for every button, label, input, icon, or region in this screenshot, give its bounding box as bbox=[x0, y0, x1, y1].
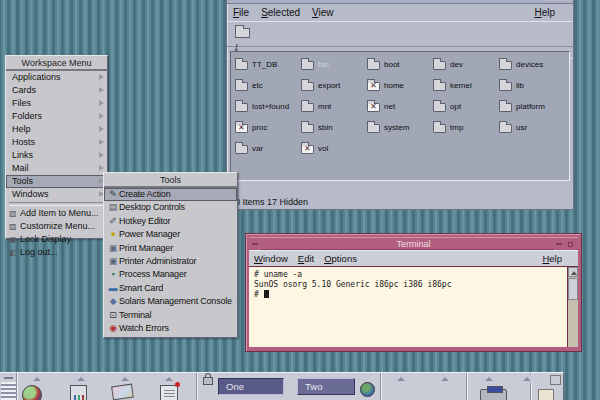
folder-item[interactable]: opt bbox=[433, 100, 499, 112]
menu-item-label: Files bbox=[12, 98, 31, 108]
folder-item[interactable]: system bbox=[367, 121, 433, 133]
maximize-button[interactable] bbox=[560, 0, 572, 1]
folder-item[interactable]: tmp bbox=[433, 121, 499, 133]
world-clock-icon[interactable] bbox=[22, 385, 42, 400]
menu-item-label: Links bbox=[12, 150, 33, 160]
folder-item[interactable]: home bbox=[367, 79, 433, 91]
folder-item[interactable]: dev bbox=[433, 58, 499, 70]
workspace-menu-item[interactable]: Applications bbox=[6, 71, 107, 84]
tools-menu-item[interactable]: ▣Printer Administrator bbox=[104, 255, 237, 268]
minimize-button[interactable] bbox=[554, 239, 565, 250]
submenu-arrow-icon bbox=[99, 152, 104, 158]
tools-menu-item[interactable]: ◆Solaris Management Console bbox=[104, 295, 237, 308]
panel-divider bbox=[196, 373, 198, 400]
menu-item-label: Windows bbox=[12, 189, 49, 199]
menu-item[interactable]: Edit bbox=[298, 251, 314, 267]
tools-menu-item[interactable]: ▣Print Manager bbox=[104, 242, 237, 255]
workspace-menu-item[interactable]: Hosts bbox=[6, 136, 107, 149]
tools-menu-item[interactable]: ⊡Terminal bbox=[104, 309, 237, 322]
workspace-menu-item[interactable]: Tools bbox=[6, 175, 107, 188]
folder-icon bbox=[235, 145, 248, 154]
folder-item[interactable]: bin bbox=[301, 58, 367, 70]
workspace-menu-item[interactable]: Help bbox=[6, 123, 107, 136]
menu-item[interactable]: Window bbox=[254, 251, 288, 267]
subpanel-arrow-tab[interactable] bbox=[516, 375, 538, 383]
minimize-button[interactable] bbox=[546, 0, 558, 1]
panel-menu-button[interactable] bbox=[1, 374, 16, 382]
folder-item[interactable]: lib bbox=[499, 79, 565, 91]
workspace-button-two[interactable]: Two bbox=[297, 378, 355, 395]
menu-item[interactable]: Selected bbox=[261, 4, 300, 21]
tools-menu-item[interactable]: ▬Smart Card bbox=[104, 282, 237, 295]
folder-item[interactable]: vol bbox=[301, 142, 367, 154]
menu-item-help[interactable]: Help bbox=[542, 251, 562, 267]
folder-icon bbox=[301, 145, 314, 154]
menu-item-help[interactable]: Help bbox=[534, 4, 555, 21]
folder-icon bbox=[433, 82, 446, 91]
subpanel-arrow-tab[interactable] bbox=[26, 375, 48, 383]
notes-icon[interactable] bbox=[160, 385, 178, 400]
menu-item[interactable]: View bbox=[312, 4, 334, 21]
tools-menu-item[interactable]: ✎Create Action bbox=[104, 188, 237, 201]
terminal-content[interactable]: # uname -aSunOS osorg 5.10 Generic i86pc… bbox=[249, 266, 578, 347]
folder-item[interactable]: usr bbox=[499, 121, 565, 133]
folder-item[interactable]: platform bbox=[499, 100, 565, 112]
workspace-menu-title: Workspace Menu bbox=[6, 56, 107, 71]
workspace-menu-item[interactable]: Files bbox=[6, 97, 107, 110]
tools-menu-item[interactable]: ▤Desktop Controls bbox=[104, 201, 237, 214]
terminal-text: # uname -aSunOS osorg 5.10 Generic i86pc… bbox=[254, 270, 451, 300]
terminal-titlebar[interactable]: Terminal bbox=[249, 237, 578, 250]
workspace-menu-item[interactable]: Folders bbox=[6, 110, 107, 123]
workspace-menu-item[interactable]: Cards bbox=[6, 84, 107, 97]
workspace-menu-item[interactable]: Mail bbox=[6, 162, 107, 175]
workspace-button-one[interactable]: One bbox=[218, 378, 284, 395]
workspace-menu-item[interactable]: Windows bbox=[6, 188, 107, 201]
subpanel-arrow-tab[interactable] bbox=[390, 375, 412, 383]
folder-item[interactable]: TT_DB bbox=[235, 58, 301, 70]
printer-icon[interactable] bbox=[480, 389, 507, 400]
subpanel-arrow-tab[interactable] bbox=[478, 375, 500, 383]
scrollbar-thumb[interactable] bbox=[568, 278, 578, 300]
workspace-menu-item[interactable]: ▧Add Item to Menu... bbox=[6, 207, 107, 220]
style-manager-icon[interactable] bbox=[538, 389, 554, 400]
folder-item[interactable]: export bbox=[301, 79, 367, 91]
folder-item[interactable]: sbin bbox=[301, 121, 367, 133]
folder-item[interactable]: etc bbox=[235, 79, 301, 91]
workspace-menu-item[interactable]: ◧Log out... bbox=[6, 246, 107, 259]
menu-item[interactable]: File bbox=[233, 4, 249, 21]
workspace-menu-item[interactable]: Links bbox=[6, 149, 107, 162]
lock-icon[interactable] bbox=[203, 377, 213, 385]
scroll-up-arrow[interactable] bbox=[568, 267, 578, 277]
tools-menu-item[interactable]: ◉Watch Errors bbox=[104, 322, 237, 335]
folder-item[interactable]: var bbox=[235, 142, 301, 154]
folder-item[interactable]: proc bbox=[235, 121, 301, 133]
workspace-menu-item[interactable]: ▣Lock Display bbox=[6, 233, 107, 246]
tools-menu-item[interactable]: ✐Hotkey Editor bbox=[104, 215, 237, 228]
folder-label: etc bbox=[252, 81, 263, 90]
folder-item[interactable]: devices bbox=[499, 58, 565, 70]
folder-label: vol bbox=[318, 144, 328, 153]
window-menu-button[interactable] bbox=[250, 239, 261, 250]
folder-item[interactable]: boot bbox=[367, 58, 433, 70]
subpanel-arrow-tab[interactable] bbox=[434, 375, 456, 383]
status-bar: 0 Items 17 Hidden bbox=[235, 197, 308, 207]
panel-corner-button[interactable] bbox=[550, 375, 561, 385]
web-globe-icon[interactable] bbox=[360, 382, 375, 397]
performance-meter-icon[interactable] bbox=[70, 385, 87, 400]
maximize-button[interactable] bbox=[566, 239, 577, 250]
workspace-menu-item[interactable]: ▨Customize Menu... bbox=[6, 220, 107, 233]
tools-menu-item[interactable]: ▪Process Manager bbox=[104, 268, 237, 281]
folder-label: TT_DB bbox=[252, 60, 277, 69]
folder-item[interactable]: mnt bbox=[301, 100, 367, 112]
mail-icon[interactable] bbox=[111, 384, 134, 400]
subpanel-arrow-tab[interactable] bbox=[114, 375, 136, 383]
terminal-scrollbar[interactable] bbox=[567, 267, 578, 347]
subpanel-arrow-tab[interactable] bbox=[70, 375, 92, 383]
tools-menu-item[interactable]: ●Power Manager bbox=[104, 228, 237, 241]
folder-item[interactable]: lost+found bbox=[235, 100, 301, 112]
menu-separator bbox=[9, 202, 104, 206]
folder-item[interactable]: net bbox=[367, 100, 433, 112]
file-manager-iconic-path[interactable]: / bbox=[227, 21, 573, 46]
folder-item[interactable]: kernel bbox=[433, 79, 499, 91]
menu-item[interactable]: Options bbox=[324, 251, 357, 267]
